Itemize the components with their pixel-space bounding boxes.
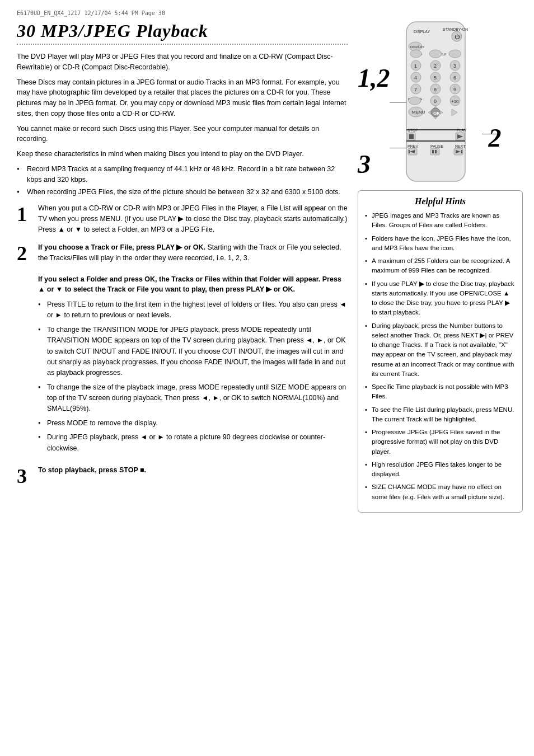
hints-box: Helpful Hints JPEG images and MP3 Tracks… xyxy=(358,190,523,513)
step-2-bullet-2: To change the TRANSITION MODE for JPEG p… xyxy=(38,325,348,379)
page: E6170UD_EN_QX4_1217 12/17/04 5:44 PM Pag… xyxy=(0,0,534,756)
intro-bullet-2: When recording JPEG Files, the size of t… xyxy=(17,187,348,198)
step-1-text: When you put a CD-RW or CD-R with MP3 or… xyxy=(38,204,348,233)
step-1-number: 1 xyxy=(17,204,32,224)
page-title: 30 MP3/JPEG Playback xyxy=(17,21,348,41)
hint-item-4: During playback, press the Number button… xyxy=(365,321,516,379)
svg-text:8: 8 xyxy=(434,87,437,92)
svg-text:NEXT: NEXT xyxy=(455,144,466,148)
remote-label-12: 1,2 xyxy=(358,65,390,91)
step-3-block: 3 To stop playback, press STOP ■. xyxy=(17,465,348,486)
svg-rect-48 xyxy=(409,134,414,139)
hint-item-9: SIZE CHANGE MODE may have no effect on s… xyxy=(365,482,516,502)
svg-text:⏻: ⏻ xyxy=(455,34,460,40)
svg-point-8 xyxy=(410,50,421,58)
left-column: 30 MP3/JPEG Playback The DVD Player will… xyxy=(17,21,348,513)
step-2-content: If you choose a Track or File, press PLA… xyxy=(38,242,348,457)
step-2-bullets: Press TITLE to return to the first item … xyxy=(38,299,348,454)
hints-list: JPEG images and MP3 Tracks are known as … xyxy=(365,211,516,502)
remote-label-3: 3 xyxy=(358,152,371,177)
step-2-para1: If you choose a Track or File, press PLA… xyxy=(38,242,348,264)
intro-bullet-list: Record MP3 Tracks at a sampling frequenc… xyxy=(17,164,348,198)
svg-text:DISPLAY: DISPLAY xyxy=(414,30,430,34)
svg-text:PREV: PREV xyxy=(407,144,418,148)
intro-para-1: The DVD Player will play MP3 or JPEG Fil… xyxy=(17,51,348,73)
step-2-bullet-3: To change the size of the playback image… xyxy=(38,382,348,415)
hint-item-6: To see the File List during playback, pr… xyxy=(365,405,516,425)
intro-para-2: These Discs may contain pictures in a JP… xyxy=(17,77,348,119)
step-2-bullet-4: Press MODE to remove the display. xyxy=(38,418,348,429)
intro-para-3: You cannot make or record such Discs usi… xyxy=(17,124,348,145)
svg-text:1: 1 xyxy=(414,63,417,69)
hint-item-2: A maximum of 255 Folders can be recogniz… xyxy=(365,256,516,276)
svg-text:2: 2 xyxy=(434,63,437,69)
hint-item-8: High resolution JPEG Files takes longer … xyxy=(365,460,516,480)
hints-title: Helpful Hints xyxy=(365,196,516,206)
step-1-block: 1 When you put a CD-RW or CD-R with MP3 … xyxy=(17,203,348,234)
step-1-content: When you put a CD-RW or CD-R with MP3 or… xyxy=(38,203,348,234)
svg-text:0: 0 xyxy=(434,98,437,104)
intro-para-4: Keep these characteristics in mind when … xyxy=(17,149,348,159)
page-meta: E6170UD_EN_QX4_1217 12/17/04 5:44 PM Pag… xyxy=(0,10,534,21)
svg-text:+10: +10 xyxy=(451,99,459,104)
step-2-bullet-1: Press TITLE to return to the first item … xyxy=(38,299,348,321)
svg-rect-65 xyxy=(461,150,462,153)
svg-text:STANDBY·ON: STANDBY·ON xyxy=(443,27,468,31)
svg-text:MENU: MENU xyxy=(412,110,425,115)
remote-illustration: 1,2 3 DISPLAY STANDBY·ON ⏻ xyxy=(358,21,523,185)
step-2-para2: If you select a Folder and press OK, the… xyxy=(38,274,348,295)
svg-point-32 xyxy=(409,97,421,105)
svg-text:PAUSE: PAUSE xyxy=(430,144,444,148)
svg-text:6: 6 xyxy=(453,75,456,81)
title-divider xyxy=(17,44,348,45)
content-area: 30 MP3/JPEG Playback The DVD Player will… xyxy=(0,21,534,513)
svg-text:7: 7 xyxy=(414,87,417,92)
step-3-content: To stop playback, press STOP ■. xyxy=(38,465,348,476)
hint-item-0: JPEG images and MP3 Tracks are known as … xyxy=(365,211,516,231)
step-2-bullet-5: During JPEG playback, press ◄ or ► to ro… xyxy=(38,432,348,454)
hint-item-5: Specific Time playback is not possible w… xyxy=(365,382,516,402)
remote-label-2-right: 2 xyxy=(489,125,502,151)
hint-item-1: Folders have the icon, JPEG Files have t… xyxy=(365,234,516,253)
svg-rect-60 xyxy=(432,150,434,153)
hint-item-3: If you use PLAY ▶ to close the Disc tray… xyxy=(365,279,516,318)
svg-text:5: 5 xyxy=(434,75,437,81)
hint-item-7: Progressive JPEGs (JPEG Files saved in t… xyxy=(365,428,516,457)
svg-rect-57 xyxy=(409,150,410,153)
svg-text:9: 9 xyxy=(453,87,456,92)
svg-text:OK: OK xyxy=(433,111,440,116)
intro-bullet-1: Record MP3 Tracks at a sampling frequenc… xyxy=(17,164,348,185)
svg-rect-61 xyxy=(435,150,437,153)
right-column: 1,2 3 DISPLAY STANDBY·ON ⏻ xyxy=(358,21,523,513)
svg-point-12 xyxy=(449,50,461,58)
svg-point-10 xyxy=(429,50,442,58)
step-3-number: 3 xyxy=(17,466,32,486)
step-2-block: 2 If you choose a Track or File, press P… xyxy=(17,242,348,457)
svg-text:DISPLAY: DISPLAY xyxy=(410,45,424,49)
step-2-number: 2 xyxy=(17,243,32,264)
step-3-text: To stop playback, press STOP ■. xyxy=(38,466,146,474)
svg-text:3: 3 xyxy=(453,63,456,69)
svg-text:4: 4 xyxy=(414,75,417,81)
